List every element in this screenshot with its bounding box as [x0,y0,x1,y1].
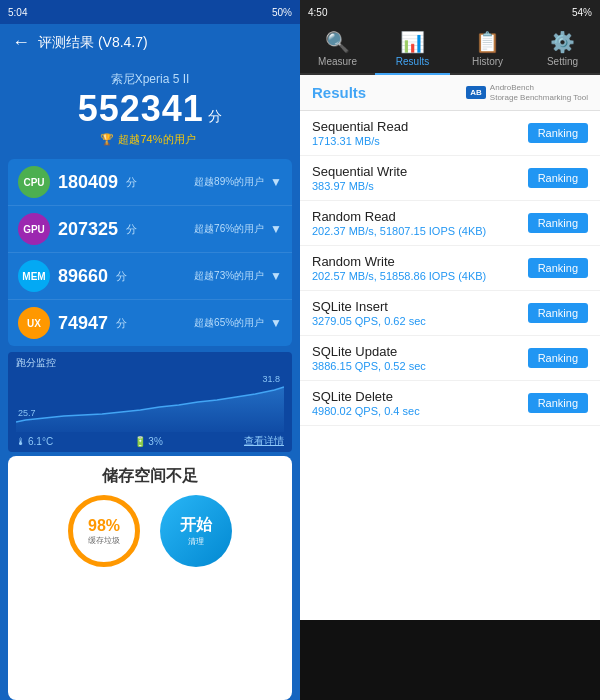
nav-measure[interactable]: 🔍 Measure [300,24,375,73]
temp-info: 🌡6.1°C [16,436,53,447]
right-panel: 4:50 54% 🔍 Measure 📊 Results 📋 History ⚙… [300,0,600,700]
storage-title: 储存空间不足 [102,466,198,487]
ranking-btn-seq-write[interactable]: Ranking [528,168,588,188]
cpu-value: 180409 [58,172,118,193]
chart-area: 31.8 25.7 [16,372,284,432]
score-rank: 🏆超越74%的用户 [0,132,300,147]
bench-sqlite-delete-name: SQLite Delete [312,389,420,404]
benchmark-list: Sequential Read 1713.31 MB/s Ranking Seq… [300,111,600,620]
storage-pct-label: 缓存垃圾 [88,535,120,546]
bench-sqlite-insert: SQLite Insert 3279.05 QPS, 0.62 sec Rank… [300,291,600,336]
right-battery: 54% [572,7,592,18]
ux-badge: UX [18,307,50,339]
detail-link[interactable]: 查看详情 [244,434,284,448]
storage-section: 储存空间不足 98% 缓存垃圾 开始 清理 [8,456,292,700]
metric-mem: MEM 89660 分 超越73%的用户 ▼ [8,253,292,300]
nav-measure-label: Measure [318,56,357,67]
clean-btn-sub: 清理 [188,536,204,547]
score-number: 552341 [78,88,204,129]
mem-badge: MEM [18,260,50,292]
ranking-btn-sqlite-insert[interactable]: Ranking [528,303,588,323]
storage-content: 98% 缓存垃圾 开始 清理 [68,495,232,567]
ranking-btn-rand-read[interactable]: Ranking [528,213,588,233]
nav-history[interactable]: 📋 History [450,24,525,73]
bench-sqlite-update: SQLite Update 3886.15 QPS, 0.52 sec Rank… [300,336,600,381]
back-button[interactable]: ← [12,32,30,53]
metric-ux: UX 74947 分 超越65%的用户 ▼ [8,300,292,346]
left-panel: 5:04 50% ← 评测结果 (V8.4.7) 索尼Xperia 5 II 5… [0,0,300,700]
left-battery: 50% [272,7,292,18]
bench-sqlite-insert-value: 3279.05 QPS, 0.62 sec [312,315,426,327]
ranking-btn-seq-read[interactable]: Ranking [528,123,588,143]
bench-seq-write-value: 383.97 MB/s [312,180,407,192]
logo-text: AndroBench Storage Benchmarking Tool [490,83,588,102]
right-time: 4:50 [308,7,327,18]
bench-rand-read-value: 202.37 MB/s, 51807.15 IOPS (4KB) [312,225,486,237]
cpu-chevron: ▼ [270,175,282,189]
nav-history-label: History [472,56,503,67]
score-unit: 分 [208,108,222,124]
bench-sqlite-update-name: SQLite Update [312,344,426,359]
bench-sqlite-delete-value: 4980.02 QPS, 0.4 sec [312,405,420,417]
history-icon: 📋 [475,30,500,54]
storage-pct-value: 98% [88,517,120,535]
nav-setting-label: Setting [547,56,578,67]
bench-rand-read-name: Random Read [312,209,486,224]
bench-seq-write-name: Sequential Write [312,164,407,179]
measure-icon: 🔍 [325,30,350,54]
right-bottom [300,620,600,700]
bench-seq-read-name: Sequential Read [312,119,408,134]
bench-seq-read-value: 1713.31 MB/s [312,135,408,147]
metrics-list: CPU 180409 分 超越89%的用户 ▼ GPU 207325 分 超越7… [8,159,292,346]
nav-setting[interactable]: ⚙️ Setting [525,24,600,73]
ux-chevron: ▼ [270,316,282,330]
ranking-btn-sqlite-update[interactable]: Ranking [528,348,588,368]
left-time: 5:04 [8,7,27,18]
bench-sqlite-insert-name: SQLite Insert [312,299,426,314]
gpu-chevron: ▼ [270,222,282,236]
right-nav: 🔍 Measure 📊 Results 📋 History ⚙️ Setting [300,24,600,75]
setting-icon: ⚙️ [550,30,575,54]
left-status-bar: 5:04 50% [0,0,300,24]
chart-min-label: 25.7 [18,408,36,418]
gpu-value: 207325 [58,219,118,240]
score-display: 552341 分 [0,88,300,130]
logo-icon: AB [466,86,486,99]
clean-button[interactable]: 开始 清理 [160,495,232,567]
mem-value: 89660 [58,266,108,287]
results-header: Results AB AndroBench Storage Benchmarki… [300,75,600,111]
bench-seq-write: Sequential Write 383.97 MB/s Ranking [300,156,600,201]
nav-results-label: Results [396,56,429,67]
metric-gpu: GPU 207325 分 超越76%的用户 ▼ [8,206,292,253]
ux-value: 74947 [58,313,108,334]
storage-pct-circle: 98% 缓存垃圾 [68,495,140,567]
bench-seq-read: Sequential Read 1713.31 MB/s Ranking [300,111,600,156]
bench-rand-write-value: 202.57 MB/s, 51858.86 IOPS (4KB) [312,270,486,282]
monitor-label: 跑分监控 [16,356,284,370]
results-title: Results [312,84,366,101]
cpu-badge: CPU [18,166,50,198]
bat-info: 🔋3% [134,436,162,447]
results-icon: 📊 [400,30,425,54]
bench-sqlite-delete: SQLite Delete 4980.02 QPS, 0.4 sec Ranki… [300,381,600,426]
gpu-badge: GPU [18,213,50,245]
monitor-footer: 🌡6.1°C 🔋3% 查看详情 [16,434,284,448]
device-name: 索尼Xperia 5 II [0,71,300,88]
left-header-title: 评测结果 (V8.4.7) [38,34,148,52]
nav-results[interactable]: 📊 Results [375,24,450,75]
bench-sqlite-update-value: 3886.15 QPS, 0.52 sec [312,360,426,372]
bench-rand-read: Random Read 202.37 MB/s, 51807.15 IOPS (… [300,201,600,246]
right-status-bar: 4:50 54% [300,0,600,24]
chart-max-label: 31.8 [262,374,280,384]
ranking-btn-rand-write[interactable]: Ranking [528,258,588,278]
left-header: ← 评测结果 (V8.4.7) [0,24,300,61]
metric-cpu: CPU 180409 分 超越89%的用户 ▼ [8,159,292,206]
clean-btn-text: 开始 [180,515,212,536]
monitor-section: 跑分监控 31.8 25.7 🌡6.1°C 🔋3% [8,352,292,452]
bench-rand-write: Random Write 202.57 MB/s, 51858.86 IOPS … [300,246,600,291]
androbench-logo: AB AndroBench Storage Benchmarking Tool [466,83,588,102]
score-section: 索尼Xperia 5 II 552341 分 🏆超越74%的用户 [0,61,300,153]
bench-rand-write-name: Random Write [312,254,486,269]
ranking-btn-sqlite-delete[interactable]: Ranking [528,393,588,413]
mem-chevron: ▼ [270,269,282,283]
